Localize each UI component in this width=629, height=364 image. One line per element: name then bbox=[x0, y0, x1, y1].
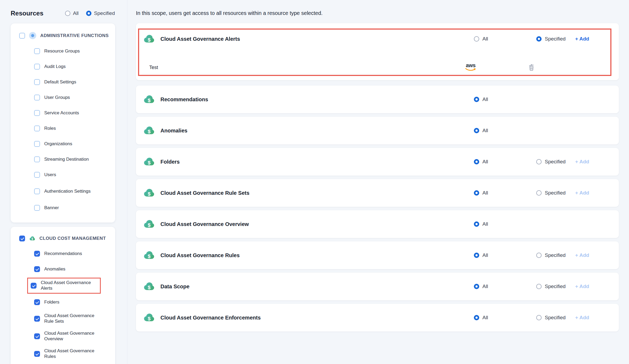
checkbox-authentication-settings[interactable] bbox=[34, 188, 40, 194]
all-label: All bbox=[482, 128, 488, 134]
sidebar-item-label: Anomalies bbox=[44, 266, 65, 272]
svg-text:$: $ bbox=[148, 253, 151, 259]
svg-text:$: $ bbox=[148, 160, 151, 165]
checkbox-recommendations[interactable] bbox=[34, 251, 40, 257]
checkbox-service-accounts[interactable] bbox=[34, 110, 40, 116]
specified-radio[interactable] bbox=[536, 315, 542, 320]
cloud-cost-management-checkbox[interactable] bbox=[19, 236, 25, 241]
all-radio[interactable] bbox=[474, 36, 479, 42]
checkbox-audit-logs[interactable] bbox=[34, 64, 40, 70]
highlight-outline: Cloud Asset Governance Alerts bbox=[27, 278, 101, 293]
checkbox-folders[interactable] bbox=[34, 299, 40, 305]
specified-label: Specified bbox=[545, 315, 566, 321]
all-radio[interactable] bbox=[474, 190, 479, 196]
checkbox-user-groups[interactable] bbox=[34, 95, 40, 100]
all-option: All bbox=[474, 23, 488, 55]
all-label: All bbox=[482, 315, 488, 321]
checkbox-banner[interactable] bbox=[34, 205, 40, 211]
resource-type-name: Folders bbox=[160, 159, 180, 165]
checkbox-cloud-asset-governance-rule-sets[interactable] bbox=[34, 316, 40, 322]
specified-radio[interactable] bbox=[536, 36, 542, 42]
resource-row-header: $AnomaliesAll bbox=[136, 117, 619, 144]
specified-option: Specified bbox=[536, 241, 566, 269]
all-radio[interactable] bbox=[474, 97, 479, 102]
add-button[interactable]: + Add bbox=[575, 304, 589, 331]
sidebar-item-label: Recommendations bbox=[44, 251, 82, 257]
checkbox-cloud-asset-governance-rules[interactable] bbox=[34, 351, 40, 357]
specified-option: Specified bbox=[536, 23, 566, 55]
resource-type-name: Cloud Asset Governance Enforcements bbox=[160, 315, 261, 321]
specified-radio[interactable] bbox=[536, 284, 542, 289]
svg-text:$: $ bbox=[148, 222, 151, 228]
cloud-dollar-icon: $ bbox=[143, 280, 155, 293]
aws-smile-icon bbox=[465, 68, 476, 71]
sidebar-item-label: Cloud Asset Governance Alerts bbox=[41, 280, 97, 291]
specified-label: Specified bbox=[545, 190, 566, 196]
administrative-functions-group: ADMINISTRATIVE FUNCTIONSResource GroupsA… bbox=[11, 23, 115, 223]
all-radio[interactable] bbox=[474, 284, 479, 289]
svg-text:$: $ bbox=[148, 191, 151, 197]
resource-row-cloud-asset-governance-rules: $Cloud Asset Governance RulesAllSpecifie… bbox=[136, 241, 619, 269]
trash-icon[interactable] bbox=[528, 64, 535, 71]
specified-radio[interactable] bbox=[536, 253, 542, 258]
sidebar-item-resource-groups: Resource Groups bbox=[11, 43, 115, 59]
svg-text:$: $ bbox=[148, 129, 151, 134]
checkbox-cloud-asset-governance-alerts[interactable] bbox=[31, 283, 37, 289]
all-radio[interactable] bbox=[474, 253, 479, 258]
scope-all-label: All bbox=[73, 10, 79, 16]
resource-row-header: $FoldersAllSpecified+ Add bbox=[136, 148, 619, 176]
cloud-dollar-icon: $ bbox=[143, 218, 155, 230]
sidebar-item-banner: Banner bbox=[11, 200, 115, 216]
resource-type-name: Cloud Asset Governance Overview bbox=[160, 221, 249, 227]
resource-row-data-scope: $Data ScopeAllSpecified+ Add bbox=[136, 273, 619, 300]
scope-all-radio[interactable] bbox=[65, 11, 70, 16]
checkbox-resource-groups[interactable] bbox=[34, 48, 40, 54]
resource-row-header: $Cloud Asset Governance OverviewAll bbox=[136, 210, 619, 238]
all-option: All bbox=[474, 86, 488, 113]
checkbox-streaming-destination[interactable] bbox=[34, 156, 40, 162]
add-button[interactable]: + Add bbox=[575, 273, 589, 300]
specified-item-row: Testaws bbox=[136, 55, 619, 80]
checkbox-organizations[interactable] bbox=[34, 141, 40, 147]
sidebar-item-roles: Roles bbox=[11, 121, 115, 136]
checkbox-anomalies[interactable] bbox=[34, 266, 40, 272]
group-label: ADMINISTRATIVE FUNCTIONS bbox=[40, 33, 109, 38]
all-radio[interactable] bbox=[474, 315, 479, 320]
cloud-dollar-icon: $ bbox=[143, 93, 155, 106]
resource-row-header: $Cloud Asset Governance RulesAllSpecifie… bbox=[136, 241, 619, 269]
specified-label: Specified bbox=[545, 36, 566, 42]
all-option: All bbox=[474, 117, 488, 144]
specified-label: Specified bbox=[545, 284, 566, 289]
sidebar-item-authentication-settings: Authentication Settings bbox=[11, 183, 115, 200]
svg-text:$: $ bbox=[148, 316, 151, 321]
checkbox-default-settings[interactable] bbox=[34, 79, 40, 85]
all-radio[interactable] bbox=[474, 159, 479, 164]
sidebar-item-cloud-asset-governance-overview: Cloud Asset Governance Overview bbox=[11, 327, 115, 345]
add-button[interactable]: + Add bbox=[575, 179, 589, 207]
checkbox-users[interactable] bbox=[34, 172, 40, 178]
gear-icon bbox=[29, 32, 36, 39]
add-button[interactable]: + Add bbox=[575, 241, 589, 269]
specified-radio[interactable] bbox=[536, 159, 542, 164]
cloud-cost-management-group: $CLOUD COST MANAGEMENTRecommendationsAno… bbox=[11, 227, 115, 364]
all-radio[interactable] bbox=[474, 221, 479, 227]
sidebar-item-label: Audit Logs bbox=[44, 64, 66, 70]
add-button[interactable]: + Add bbox=[575, 148, 589, 176]
administrative-functions-checkbox[interactable] bbox=[19, 33, 25, 39]
add-button[interactable]: + Add bbox=[575, 23, 589, 55]
checkbox-cloud-asset-governance-overview[interactable] bbox=[34, 333, 40, 339]
all-option: All bbox=[474, 241, 488, 269]
svg-text:$: $ bbox=[148, 285, 151, 290]
sidebar-item-label: Cloud Asset Governance Overview bbox=[44, 331, 101, 342]
sidebar-item-label: Users bbox=[44, 172, 56, 178]
resources-header: Resources All Specified bbox=[0, 0, 127, 17]
all-label: All bbox=[482, 190, 488, 196]
checkbox-roles[interactable] bbox=[34, 126, 40, 131]
aws-logo-text: aws bbox=[466, 63, 475, 68]
specified-radio[interactable] bbox=[536, 190, 542, 196]
scope-specified-radio[interactable] bbox=[86, 11, 91, 16]
sidebar-item-folders: Folders bbox=[11, 294, 115, 310]
group-label: CLOUD COST MANAGEMENT bbox=[39, 236, 106, 241]
all-radio[interactable] bbox=[474, 128, 479, 133]
sidebar-item-organizations: Organizations bbox=[11, 136, 115, 152]
